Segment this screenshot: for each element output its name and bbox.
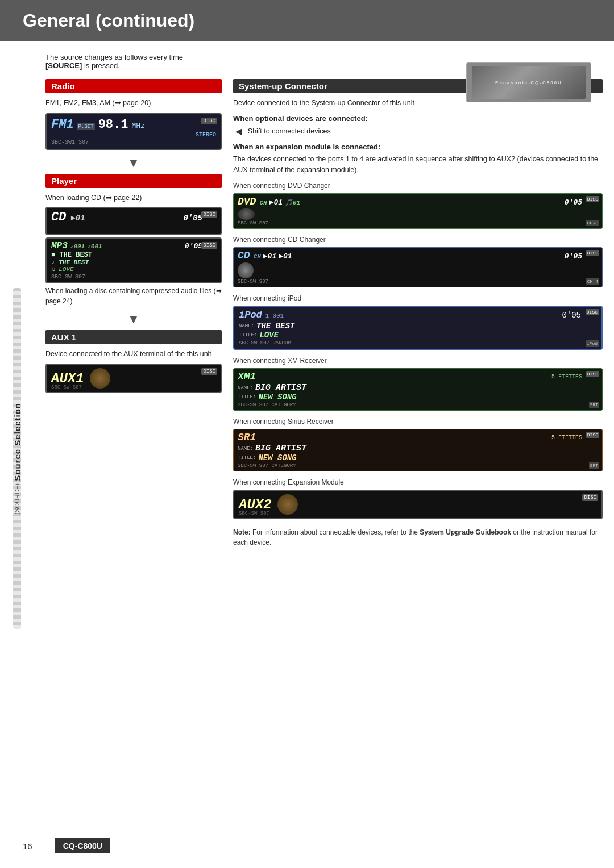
dvd-disc-graphic <box>238 208 255 220</box>
unit-image: Panasonic CQ-C800U <box>466 62 591 102</box>
intro-line1: The source changes as follows every time <box>45 53 183 61</box>
arrow-down-1: ▼ <box>45 156 222 170</box>
sidebar-text-wrapper: Source Selection (SOURCE) <box>13 403 22 514</box>
ipod-num: 1 <box>265 312 269 319</box>
intro-line2: [SOURCE] is pressed. <box>45 61 183 70</box>
sirius-name-val: BIG ARTIST <box>255 444 306 453</box>
sidebar-sub-label: (SOURCE) <box>14 483 20 514</box>
aux1-disc-badge: DISC <box>201 368 217 375</box>
ipod-track: 001 <box>272 312 284 319</box>
note-bold-1: System Upgrade Guidebook <box>420 528 511 536</box>
optional-text: Shift to connected devices <box>248 126 331 137</box>
cd-disc-badge: DISC <box>201 211 217 218</box>
ipod-title-label: TITLE: <box>239 332 257 338</box>
arrow-down-2: ▼ <box>45 312 222 327</box>
xm-bottom: SBC-SW S07 CATEGORY <box>238 402 598 408</box>
cd-changer-track: ►01 <box>279 252 292 261</box>
ipod-label: iPod <box>239 310 262 320</box>
player-description-cd: When loading CD (➡ page 22) <box>45 193 222 203</box>
dvd-ch-badge: CH-C <box>586 220 599 226</box>
ipod-bottom: SBC-SW S07 RANDOM <box>239 340 597 346</box>
xm-name-label: NAME: <box>238 385 253 391</box>
xm-display: DISC SRT XM1 5 FIFTIES NAME: BIG ARTIST … <box>233 368 603 411</box>
model-badge: CQ-C800U <box>55 838 110 853</box>
aux2-label: AUX2 <box>239 497 272 512</box>
radio-pset: P.SET <box>77 123 95 130</box>
arrow-left-optional: ◄ <box>233 125 244 138</box>
sysup-note: Note: For information about connectable … <box>233 527 603 548</box>
radio-freq: 98.1 <box>98 118 128 132</box>
page-number: 16 <box>23 841 32 851</box>
dvd-label: DVD <box>238 196 256 207</box>
dvd-bottom: SBC-SW S07 <box>238 220 598 226</box>
sidebar-main-label: Source Selection <box>13 403 22 481</box>
sirius-name-label: NAME: <box>238 446 253 452</box>
main-content: Source Selection (SOURCE) The source cha… <box>0 41 614 864</box>
sirius-disc-badge: DISC <box>586 432 599 438</box>
player-description-mp3: When loading a disc containing compresse… <box>45 286 222 306</box>
mp3-line2: ♪ THE BEST <box>51 259 216 266</box>
radio-mhz: MHz <box>131 122 144 130</box>
sirius-title-label: TITLE: <box>238 455 256 461</box>
radio-disc-badge: DISC <box>201 118 217 124</box>
cd-changer-display: DISC CH-4 CD CH ►01 ►01 0'05 SBC-SW S07 <box>233 247 603 287</box>
aux1-bottom: SBC-SW S07 <box>51 385 82 390</box>
mp3-disc-badge: DISC <box>201 242 217 249</box>
expansion-text: The devices connected to the ports 1 to … <box>233 154 603 176</box>
page-footer: 16 CQ-C800U <box>0 833 614 859</box>
dvd-arrow: ►01 <box>269 198 283 207</box>
note-text-body: For information about connectable device… <box>233 528 598 546</box>
page-header: General (continued) <box>0 0 614 41</box>
radio-description: FM1, FM2, FM3, AM (➡ page 20) <box>45 98 222 108</box>
sirius-bottom: SBC-SW S07 CATEGORY <box>238 463 598 469</box>
cd-track: ►01 <box>70 214 85 223</box>
cd-changer-ch-badge: CH-4 <box>586 278 599 285</box>
dvd-when-label: When connecting DVD Changer <box>233 181 603 191</box>
dvd-disc-badge: DISC <box>586 196 599 202</box>
cd-display: DISC CD ►01 0'05 <box>45 207 222 235</box>
radio-section-header: Radio <box>45 79 222 93</box>
cd-changer-arrow: ►01 <box>263 252 276 261</box>
content-area: The source changes as follows every time… <box>34 53 614 864</box>
radio-station: FM1 <box>51 118 74 132</box>
mp3-line1: ■ THE BEST <box>51 251 216 259</box>
left-col-inner: Radio FM1, FM2, FM3, AM (➡ page 20) DISC… <box>40 79 222 393</box>
sidebar: Source Selection (SOURCE) <box>0 53 34 864</box>
xm-label: XM1 <box>238 371 256 382</box>
dvd-folder: 🎵01 <box>285 199 300 206</box>
mp3-display: DISC MP3 ♪001 ♪001 0'05 ■ THE BEST ♪ THE… <box>45 237 222 283</box>
player-section-header: Player <box>45 174 222 188</box>
two-columns: Radio FM1, FM2, FM3, AM (➡ page 20) DISC… <box>40 79 603 864</box>
aux1-label: AUX1 <box>51 371 84 386</box>
aux2-bird-graphic <box>277 494 298 515</box>
sirius-srt-badge: SRT <box>589 462 599 469</box>
xm-when-label: When connecting XM Receiver <box>233 356 603 366</box>
aux1-display: DISC AUX1 SBC-SW S07 <box>45 364 222 393</box>
mp3-folder: ♪001 <box>70 243 85 250</box>
ipod-name-label: NAME: <box>239 323 254 329</box>
ipod-when-label: When connecting iPod <box>233 293 603 303</box>
cd-changer-disc-badge: DISC <box>586 250 599 256</box>
dvd-display: DISC CH-C DVD CH ►01 🎵01 0'05 SBC-SW S07 <box>233 193 603 229</box>
radio-bottom: SBC-SW1 S07 <box>51 139 216 145</box>
sirius-display: DISC SRT SR1 5 FIFTIES NAME: BIG ARTIST … <box>233 429 603 471</box>
source-keyword: [SOURCE] <box>45 61 82 70</box>
cd-changer-when-label: When connecting CD Changer <box>233 235 603 245</box>
radio-stereo: STEREO <box>51 132 216 138</box>
sirius-label: SR1 <box>238 432 256 443</box>
note-keyword: Note: <box>233 528 251 536</box>
aux2-disc-badge: DISC <box>582 494 598 501</box>
ipod-disc-badge: DISC <box>586 309 599 315</box>
page-title: General (continued) <box>23 10 591 31</box>
expansion-header: When an expansion module is connected: <box>233 143 380 151</box>
aux1-section-header: AUX 1 <box>45 330 222 344</box>
cd-changer-bottom: SBC-SW S07 <box>238 279 598 285</box>
xm-srt-badge: SRT <box>589 402 599 408</box>
xm-title-val: NEW SONG <box>258 393 296 402</box>
ipod-display: DISC iPod iPod 1 001 0'05 NAME: THE BEST… <box>233 306 603 350</box>
xm-name-val: BIG ARTIST <box>255 383 306 393</box>
unit-inner-graphic: Panasonic CQ-C800U <box>472 66 586 99</box>
sirius-when-label: When connecting Sirius Receiver <box>233 416 603 427</box>
aux1-description: Device connected to the AUX terminal of … <box>45 349 222 360</box>
aux1-bird-graphic <box>90 368 110 389</box>
